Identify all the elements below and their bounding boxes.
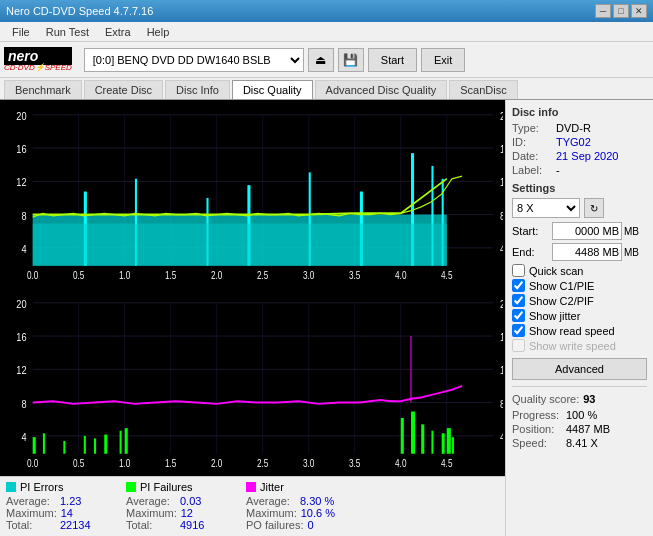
svg-text:2.0: 2.0 xyxy=(211,270,222,281)
svg-text:20: 20 xyxy=(16,297,26,309)
svg-text:3.5: 3.5 xyxy=(349,270,360,281)
svg-text:4: 4 xyxy=(500,431,503,443)
svg-rect-90 xyxy=(401,417,404,453)
svg-text:4: 4 xyxy=(21,431,26,443)
svg-rect-95 xyxy=(447,428,451,454)
svg-text:2.5: 2.5 xyxy=(257,270,268,281)
svg-text:1.5: 1.5 xyxy=(165,457,176,468)
svg-text:0.0: 0.0 xyxy=(27,270,38,281)
jitter-avg-value: 8.30 % xyxy=(300,495,334,507)
show-write-speed-checkbox xyxy=(512,339,525,352)
chart2-svg: 20 16 12 8 4 20 16 12 8 4 0.0 0.5 1.0 1.… xyxy=(2,290,503,476)
menu-bar: File Run Test Extra Help xyxy=(0,22,653,42)
menu-file[interactable]: File xyxy=(4,24,38,40)
quality-section: Quality score: 93 xyxy=(512,386,647,405)
svg-rect-93 xyxy=(431,430,433,453)
pi-failures-total-label: Total: xyxy=(126,519,176,531)
chart1-svg: 20 16 12 8 4 20 16 12 8 4 0.0 0.5 1.0 1.… xyxy=(2,102,503,288)
show-c1pie-row: Show C1/PIE xyxy=(512,279,647,292)
tab-scan-disc[interactable]: ScanDisc xyxy=(449,80,517,99)
quick-scan-checkbox[interactable] xyxy=(512,264,525,277)
disc-label-row: Label: - xyxy=(512,164,647,176)
svg-text:4: 4 xyxy=(21,243,26,255)
start-button[interactable]: Start xyxy=(368,48,417,72)
progress-label: Progress: xyxy=(512,409,566,421)
save-button[interactable]: 💾 xyxy=(338,48,364,72)
quick-scan-label: Quick scan xyxy=(529,265,583,277)
show-c1pie-checkbox[interactable] xyxy=(512,279,525,292)
svg-text:4.0: 4.0 xyxy=(395,457,406,468)
close-button[interactable]: ✕ xyxy=(631,4,647,18)
disc-date-row: Date: 21 Sep 2020 xyxy=(512,150,647,162)
svg-text:2.0: 2.0 xyxy=(211,457,222,468)
end-input[interactable] xyxy=(552,243,622,261)
drive-select[interactable]: [0:0] BENQ DVD DD DW1640 BSLB xyxy=(84,48,304,72)
show-read-speed-row: Show read speed xyxy=(512,324,647,337)
refresh-button[interactable]: ↻ xyxy=(584,198,604,218)
quality-score-value: 93 xyxy=(583,393,595,405)
pi-failures-avg-label: Average: xyxy=(126,495,176,507)
show-jitter-row: Show jitter xyxy=(512,309,647,322)
svg-text:16: 16 xyxy=(500,331,503,343)
progress-value: 100 % xyxy=(566,409,597,421)
svg-text:4.5: 4.5 xyxy=(441,457,452,468)
stats-area: PI Errors Average: 1.23 Maximum: 14 Tota… xyxy=(0,476,505,536)
tab-benchmark[interactable]: Benchmark xyxy=(4,80,82,99)
svg-text:12: 12 xyxy=(16,364,26,376)
show-write-speed-row: Show write speed xyxy=(512,339,647,352)
title-text: Nero CD-DVD Speed 4.7.7.16 xyxy=(6,5,153,17)
pi-errors-label: PI Errors xyxy=(20,481,63,493)
position-label: Position: xyxy=(512,423,566,435)
svg-text:16: 16 xyxy=(500,143,503,155)
start-input[interactable] xyxy=(552,222,622,240)
disc-id-row: ID: TYG02 xyxy=(512,136,647,148)
svg-text:2.5: 2.5 xyxy=(257,457,268,468)
menu-extra[interactable]: Extra xyxy=(97,24,139,40)
svg-text:12: 12 xyxy=(500,176,503,188)
tab-advanced-disc-quality[interactable]: Advanced Disc Quality xyxy=(315,80,448,99)
nero-logo: nero CD·DVD⚡SPEED xyxy=(4,47,72,72)
quick-scan-row: Quick scan xyxy=(512,264,647,277)
po-failures-label: PO failures: xyxy=(246,519,303,531)
svg-rect-91 xyxy=(411,411,415,453)
show-jitter-checkbox[interactable] xyxy=(512,309,525,322)
svg-rect-45 xyxy=(33,224,447,266)
show-c2pif-label: Show C2/PIF xyxy=(529,295,594,307)
disc-type-value: DVD-R xyxy=(556,122,591,134)
toolbar: nero CD·DVD⚡SPEED [0:0] BENQ DVD DD DW16… xyxy=(0,42,653,78)
show-c2pif-checkbox[interactable] xyxy=(512,294,525,307)
svg-text:3.0: 3.0 xyxy=(303,270,314,281)
menu-help[interactable]: Help xyxy=(139,24,178,40)
pi-errors-avg-value: 1.23 xyxy=(60,495,81,507)
svg-text:8: 8 xyxy=(21,210,26,222)
settings-title: Settings xyxy=(512,182,647,194)
advanced-button[interactable]: Advanced xyxy=(512,358,647,380)
pi-errors-avg-label: Average: xyxy=(6,495,56,507)
show-read-speed-checkbox[interactable] xyxy=(512,324,525,337)
svg-rect-84 xyxy=(63,440,65,453)
show-c1pie-label: Show C1/PIE xyxy=(529,280,594,292)
menu-run-test[interactable]: Run Test xyxy=(38,24,97,40)
pi-errors-total-label: Total: xyxy=(6,519,56,531)
po-failures-value: 0 xyxy=(307,519,313,531)
minimize-button[interactable]: ─ xyxy=(595,4,611,18)
tab-disc-info[interactable]: Disc Info xyxy=(165,80,230,99)
pi-failures-color xyxy=(126,482,136,492)
svg-rect-83 xyxy=(43,433,45,453)
jitter-max-label: Maximum: xyxy=(246,507,297,519)
pi-failures-stats: PI Failures Average: 0.03 Maximum: 12 To… xyxy=(126,481,226,531)
svg-text:16: 16 xyxy=(16,331,26,343)
speed-select[interactable]: 8 X xyxy=(512,198,580,218)
svg-rect-92 xyxy=(421,424,424,453)
maximize-button[interactable]: □ xyxy=(613,4,629,18)
exit-button[interactable]: Exit xyxy=(421,48,465,72)
eject-button[interactable]: ⏏ xyxy=(308,48,334,72)
tab-disc-quality[interactable]: Disc Quality xyxy=(232,80,313,99)
position-value: 4487 MB xyxy=(566,423,610,435)
disc-date-value: 21 Sep 2020 xyxy=(556,150,618,162)
svg-text:3.5: 3.5 xyxy=(349,457,360,468)
settings-section: Settings 8 X ↻ Start: MB End: MB Quick s… xyxy=(512,182,647,380)
main-content: 20 16 12 8 4 20 16 12 8 4 0.0 0.5 1.0 1.… xyxy=(0,100,653,536)
tab-create-disc[interactable]: Create Disc xyxy=(84,80,163,99)
end-unit: MB xyxy=(624,247,639,258)
